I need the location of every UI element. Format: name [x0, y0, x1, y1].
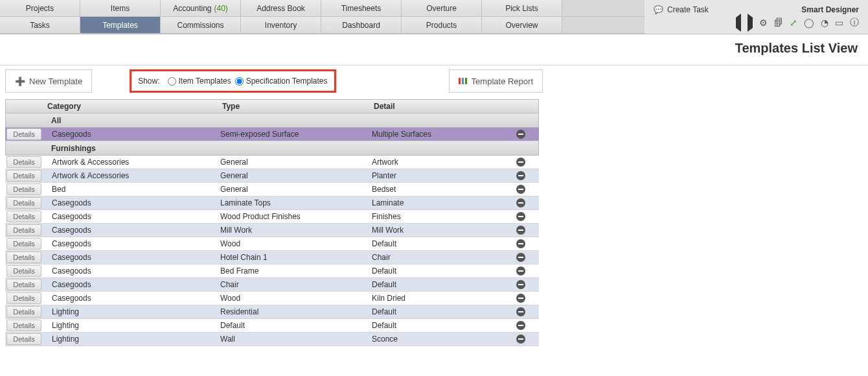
remove-icon[interactable]	[516, 280, 525, 289]
col-type[interactable]: Type	[218, 102, 370, 111]
remove-icon[interactable]	[516, 226, 525, 235]
table-row[interactable]: DetailsCasegoodsHotel Chain 1Chair	[5, 251, 539, 264]
cell-actions	[509, 253, 532, 262]
nav-label: Inventory	[265, 21, 297, 30]
copy-icon[interactable]: 🗐	[774, 18, 783, 28]
cell-category: Casegoods	[43, 239, 218, 248]
table-row[interactable]: DetailsLightingWallSconce	[5, 333, 539, 346]
remove-icon[interactable]	[516, 239, 525, 248]
nav-inventory[interactable]: Inventory	[241, 17, 321, 33]
group-header[interactable]: All	[5, 113, 539, 128]
cell-detail: Planter	[369, 171, 509, 180]
nav-overview[interactable]: Overview	[482, 17, 562, 33]
nav-label: Products	[426, 21, 457, 30]
nav-label: Templates	[102, 21, 138, 30]
cell-actions	[509, 239, 532, 248]
remove-icon[interactable]	[516, 171, 525, 180]
cell-detail: Kiln Dried	[369, 294, 509, 303]
info-icon[interactable]: ⓘ	[850, 17, 859, 29]
details-button[interactable]: Details	[6, 320, 41, 331]
details-button[interactable]: Details	[6, 156, 41, 168]
details-button[interactable]: Details	[6, 238, 41, 250]
nav-timesheets[interactable]: Timesheets	[321, 0, 402, 16]
nav-projects[interactable]: Projects	[0, 0, 80, 16]
nav-tasks[interactable]: Tasks	[0, 17, 80, 33]
expand-icon[interactable]: ⤢	[790, 18, 797, 28]
user-icon[interactable]: ◯	[804, 18, 814, 28]
details-button[interactable]: Details	[6, 197, 41, 209]
table-row[interactable]: DetailsCasegoodsBed FrameDefault	[5, 264, 539, 278]
details-button[interactable]: Details	[6, 306, 41, 318]
nav-prev-icon[interactable]	[736, 18, 741, 28]
details-button[interactable]: Details	[6, 252, 41, 263]
remove-icon[interactable]	[516, 185, 525, 194]
cell-type: Semi-exposed Surface	[218, 130, 369, 139]
remove-icon[interactable]	[516, 130, 525, 139]
details-button[interactable]: Details	[6, 224, 41, 236]
template-report-button[interactable]: Template Report	[449, 69, 543, 93]
cell-category: Casegoods	[43, 226, 218, 235]
remove-icon[interactable]	[516, 253, 525, 262]
nav-overture[interactable]: Overture	[402, 0, 482, 16]
nav-templates[interactable]: Templates	[80, 17, 161, 33]
create-task-button[interactable]: 💬 Create Task	[654, 5, 709, 14]
cell-detail: Mill Work	[369, 226, 509, 235]
details-button[interactable]: Details	[6, 265, 41, 277]
table-row[interactable]: DetailsArtwork & AccessoriesGeneralArtwo…	[5, 156, 539, 169]
details-button[interactable]: Details	[6, 183, 41, 195]
remove-icon[interactable]	[516, 335, 525, 344]
window-icon[interactable]: ▭	[835, 18, 843, 28]
radio-item-templates[interactable]	[168, 77, 176, 86]
details-button[interactable]: Details	[6, 292, 41, 304]
remove-icon[interactable]	[516, 307, 525, 316]
table-row[interactable]: DetailsBedGeneralBedset	[5, 183, 539, 196]
details-button[interactable]: Details	[6, 128, 41, 140]
table-row[interactable]: DetailsCasegoodsWoodKiln Dried	[5, 292, 539, 305]
details-button[interactable]: Details	[6, 333, 41, 345]
table-row[interactable]: DetailsCasegoodsMill WorkMill Work	[5, 224, 539, 237]
table-row[interactable]: DetailsArtwork & AccessoriesGeneralPlant…	[5, 169, 539, 183]
details-button[interactable]: Details	[6, 211, 41, 222]
cell-detail: Bedset	[369, 185, 509, 194]
remove-icon[interactable]	[516, 158, 525, 167]
cell-actions	[509, 185, 532, 194]
table-row[interactable]: DetailsCasegoodsChairDefault	[5, 278, 539, 292]
table-row[interactable]: DetailsCasegoodsWood Product FinishesFin…	[5, 210, 539, 224]
table-row[interactable]: DetailsCasegoodsWoodDefault	[5, 237, 539, 251]
nav-accounting[interactable]: Accounting (40)	[161, 0, 241, 16]
cell-type: General	[218, 185, 369, 194]
table-row[interactable]: DetailsLightingDefaultDefault	[5, 319, 539, 333]
nav-dashboard[interactable]: Dashboard	[321, 17, 402, 33]
page-title: Templates List View	[0, 34, 868, 65]
table-row[interactable]: DetailsLightingResidentialDefault	[5, 305, 539, 319]
nav-commissions[interactable]: Commissions	[161, 17, 241, 33]
col-category[interactable]: Category	[43, 102, 218, 111]
cell-actions	[509, 321, 532, 330]
new-template-button[interactable]: ➕ New Template	[5, 69, 92, 93]
details-button[interactable]: Details	[6, 279, 41, 290]
remove-icon[interactable]	[516, 212, 525, 221]
cell-type: General	[218, 158, 369, 167]
accounting-badge: (40)	[214, 4, 228, 13]
cell-category: Casegoods	[43, 294, 218, 303]
gear-icon[interactable]: ⚙	[759, 18, 768, 28]
nav-next-icon[interactable]	[748, 18, 753, 28]
cell-actions	[509, 335, 532, 344]
col-detail[interactable]: Detail	[370, 102, 510, 111]
radio-spec-templates[interactable]	[235, 77, 244, 86]
group-header[interactable]: Furnishings	[5, 141, 539, 156]
table-row[interactable]: DetailsCasegoodsSemi-exposed SurfaceMult…	[5, 128, 539, 141]
clock-icon[interactable]: ◔	[821, 18, 828, 28]
details-button[interactable]: Details	[6, 170, 41, 182]
remove-icon[interactable]	[516, 294, 525, 303]
remove-icon[interactable]	[516, 198, 525, 207]
remove-icon[interactable]	[516, 321, 525, 330]
remove-icon[interactable]	[516, 266, 525, 276]
cell-type: Mill Work	[218, 226, 369, 235]
nav-pick-lists[interactable]: Pick Lists	[482, 0, 562, 16]
nav-items[interactable]: Items	[80, 0, 161, 16]
table-row[interactable]: DetailsCasegoodsLaminate TopsLaminate	[5, 196, 539, 210]
nav-products[interactable]: Products	[402, 17, 482, 33]
nav-label: Overture	[426, 4, 457, 13]
nav-address-book[interactable]: Address Book	[241, 0, 321, 16]
